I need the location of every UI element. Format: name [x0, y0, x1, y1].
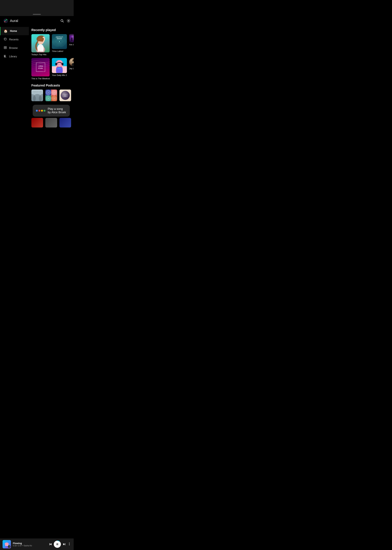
album-cover-viva-latino: ABSTRACT DESIGN: [52, 34, 67, 49]
album-item-jay-los[interactable]: Jay Los: [69, 58, 74, 80]
svg-text:ABSTRACT: ABSTRACT: [56, 36, 63, 38]
album-item-top-hits[interactable]: Today's Top Hits: [31, 34, 50, 56]
daily-mix-artwork: H: [52, 58, 67, 73]
sidebar-label-home: Home: [10, 30, 17, 33]
svg-rect-22: [71, 38, 72, 41]
top-hits-artwork: [31, 34, 50, 52]
album-item-weeknd[interactable]: LOREM IPSUM. This is The Weeknd: [31, 58, 50, 80]
album-item-daily-mix[interactable]: H Your Daily Mix 2: [52, 58, 67, 80]
podcast-cover-creative: CREATIVE: [31, 90, 43, 101]
svg-point-30: [73, 35, 73, 35]
main-content: Recently played: [29, 26, 74, 142]
sidebar-item-home[interactable]: 🏠 Home: [0, 27, 29, 35]
album-label-daily-mix: Your Daily Mix 2: [52, 74, 67, 76]
settings-button[interactable]: [67, 19, 70, 23]
recently-played-grid: Today's Top Hits ABSTRACT DESIGN: [31, 34, 71, 80]
are-be-artwork: [69, 34, 74, 42]
svg-point-23: [71, 38, 72, 39]
podcast-item-lorem[interactable]: LOREM IPSUM.: [59, 90, 71, 102]
svg-point-1: [4, 21, 5, 22]
svg-point-41: [62, 63, 63, 65]
voice-assistant-text: Play a song by Alice Broek: [48, 107, 67, 114]
sidebar-item-recents[interactable]: Recents: [0, 35, 29, 44]
svg-point-18: [59, 41, 60, 42]
svg-point-53: [48, 92, 49, 93]
sidebar-item-library[interactable]: Library: [0, 52, 29, 61]
svg-point-0: [4, 19, 8, 23]
creative-label: CREATIVE: [33, 91, 42, 92]
svg-text:LOREM: LOREM: [64, 94, 67, 95]
browse-icon: [4, 46, 7, 50]
voice-dot-yellow: [41, 110, 43, 112]
voice-assistant-bar[interactable]: Play a song by Alice Broek: [33, 105, 70, 117]
svg-point-40: [55, 63, 57, 65]
album-cover-top-hits: [31, 34, 50, 52]
svg-text:IPSUM.: IPSUM.: [64, 96, 67, 97]
main-layout: 🏠 Home Recents: [0, 26, 74, 142]
voice-dots: [36, 110, 45, 112]
sidebar-item-browse[interactable]: Browse: [0, 44, 29, 52]
album-label-viva-latino: !Viva Latino!: [52, 50, 67, 52]
header-icons: [60, 19, 70, 23]
album-cover-weeknd: LOREM IPSUM.: [31, 58, 50, 76]
album-cover-jay-los: [69, 58, 74, 66]
svg-line-4: [63, 21, 64, 22]
partial-item-1[interactable]: [31, 118, 43, 127]
featured-podcasts-title: Featured Podcasts: [31, 84, 71, 87]
sidebar-label-browse: Browse: [9, 47, 18, 49]
sidebar-label-recents: Recents: [9, 38, 19, 41]
voice-dot-blue: [36, 110, 38, 112]
album-cover-daily-mix: H: [52, 58, 67, 73]
svg-point-57: [54, 92, 55, 93]
album-label-jay-los: Jay Los: [69, 67, 74, 70]
search-button[interactable]: [60, 19, 64, 23]
svg-point-5: [68, 20, 69, 21]
search-icon: [60, 19, 64, 23]
settings-icon: [67, 19, 70, 23]
svg-point-61: [48, 98, 49, 99]
top-overlay: [0, 0, 74, 16]
app-logo-icon: [3, 18, 8, 23]
podcast-cover-geometric: [45, 90, 57, 101]
voice-dot-green: [43, 110, 45, 112]
lorem-artwork: LOREM IPSUM.: [61, 91, 70, 100]
podcast-item-creative[interactable]: CREATIVE: [31, 90, 43, 102]
recently-played-title: Recently played: [31, 28, 71, 32]
album-label-weeknd: This is The Weeknd: [31, 77, 50, 80]
podcast-cover-lorem: LOREM IPSUM.: [59, 90, 71, 101]
app-title: Aural: [10, 19, 18, 23]
viva-latino-artwork: ABSTRACT DESIGN: [52, 34, 67, 49]
svg-point-2: [6, 19, 7, 20]
podcast-grid: CREATIVE: [31, 90, 71, 102]
svg-point-65: [54, 98, 55, 99]
bottom-partial-items: [31, 118, 71, 142]
partial-item-3[interactable]: [59, 118, 71, 127]
album-label-are-be: Are & Be: [69, 43, 74, 46]
app-container: Aural 🏠 Home: [0, 16, 74, 142]
header-left: Aural: [3, 18, 18, 23]
svg-text:H: H: [59, 63, 60, 65]
svg-point-9: [5, 47, 6, 48]
library-icon: [4, 55, 7, 58]
album-label-top-hits: Today's Top Hits: [31, 53, 50, 56]
album-item-viva-latino[interactable]: ABSTRACT DESIGN: [52, 34, 67, 56]
voice-dot-red: [38, 110, 40, 112]
svg-point-29: [71, 35, 72, 35]
sidebar: 🏠 Home Recents: [0, 26, 29, 142]
album-cover-are-be: [69, 34, 74, 42]
sidebar-label-library: Library: [9, 55, 17, 58]
album-item-are-be[interactable]: Are & Be: [69, 34, 74, 56]
home-icon: 🏠: [4, 29, 8, 33]
jay-los-artwork: [69, 58, 74, 66]
geometric-artwork: [45, 90, 57, 101]
podcast-item-geometric[interactable]: [45, 90, 57, 102]
app-header: Aural: [0, 16, 74, 26]
recents-icon: [4, 37, 7, 42]
partial-item-2[interactable]: [45, 118, 57, 127]
drag-handle[interactable]: [33, 14, 41, 15]
